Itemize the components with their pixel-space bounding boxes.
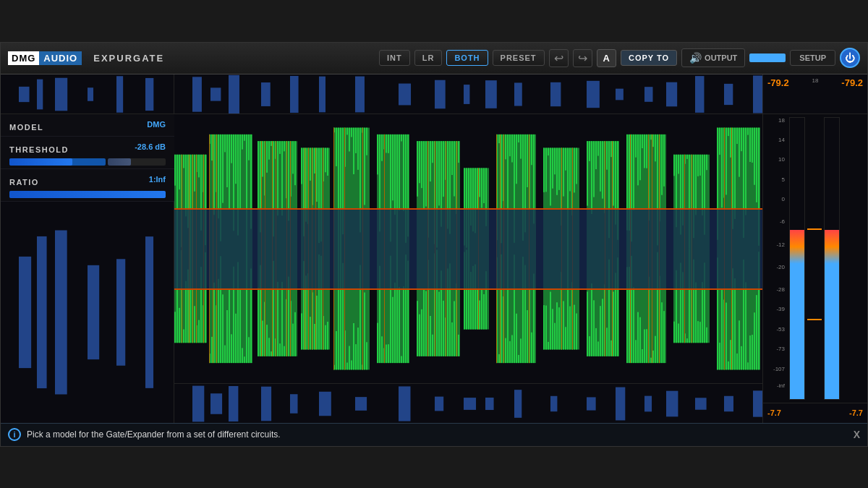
- left-panel: MODEL DMG THRESHOLD -28.6 dB RATIO: [1, 74, 174, 423]
- scale-0: 0: [782, 196, 785, 202]
- scale-m73: -73: [776, 346, 785, 352]
- meter-top-left-value: -79.2: [767, 77, 789, 88]
- threshold-value: -28.6 dB: [135, 142, 166, 151]
- scale-m20: -20: [776, 264, 785, 270]
- plugin-container: DMG AUDIO EXPURGATE INT LR BOTH PRESET ↩…: [0, 42, 868, 447]
- ratio-fill: [9, 191, 166, 198]
- right-panel: -79.2 18 -79.2 18 14 10 5 0 -6 -12 -20 -…: [762, 74, 867, 423]
- speaker-icon: 🔊: [689, 52, 702, 64]
- ratio-value: 1:Inf: [149, 175, 166, 184]
- threshold-label: THRESHOLD: [9, 145, 69, 154]
- threshold-line-bottom: [174, 288, 762, 290]
- output-level-bar: [749, 53, 786, 62]
- model-label: MODEL: [9, 123, 43, 132]
- power-button[interactable]: ⏻: [840, 48, 860, 68]
- threshold-section: THRESHOLD -28.6 dB: [1, 137, 174, 169]
- meter-bar-right: [824, 117, 840, 400]
- meter-bar-left: [789, 117, 805, 400]
- output-button[interactable]: 🔊 OUTPUT: [681, 48, 745, 67]
- threshold-overlay: [174, 208, 762, 289]
- threshold-slider-row: [9, 158, 166, 166]
- meter-orange-marker-2: [807, 228, 822, 230]
- close-status-button[interactable]: X: [854, 429, 860, 440]
- bottom-wave-canvas: [174, 384, 762, 423]
- meter-bars: [789, 117, 840, 400]
- slot-button[interactable]: A: [597, 49, 616, 67]
- bottom-mini-waveform: [1, 202, 174, 423]
- meter-scale-column: 18 14 10 5 0 -6 -12 -20 -28 -39 -53 -73 …: [766, 117, 786, 400]
- threshold-line-top: [174, 208, 762, 210]
- main-content: MODEL DMG THRESHOLD -28.6 dB RATIO: [1, 74, 867, 423]
- int-button[interactable]: INT: [379, 50, 410, 66]
- logo-audio: AUDIO: [39, 51, 82, 65]
- meter-bottom-right: -7.7: [849, 408, 863, 417]
- scale-10: 10: [778, 156, 785, 163]
- logo: DMG AUDIO: [8, 51, 82, 65]
- waveform-bottom: [174, 383, 762, 423]
- mini-bottom-canvas: [1, 202, 174, 423]
- model-section: MODEL DMG: [1, 114, 174, 137]
- meter-orange-marker: [807, 319, 822, 320]
- ratio-label: RATIO: [9, 178, 39, 187]
- lr-button[interactable]: LR: [414, 50, 443, 66]
- both-button[interactable]: BOTH: [446, 50, 488, 66]
- header-bar: DMG AUDIO EXPURGATE INT LR BOTH PRESET ↩…: [1, 43, 867, 74]
- logo-dmg: DMG: [8, 51, 39, 65]
- top-mini-waveform: [1, 74, 174, 114]
- redo-button[interactable]: ↪: [573, 49, 592, 67]
- meter-scale-top: 18: [812, 77, 819, 84]
- model-value: DMG: [147, 120, 166, 129]
- threshold-slider[interactable]: [9, 158, 106, 166]
- copy-to-button[interactable]: COPY TO: [621, 50, 677, 66]
- output-label: OUTPUT: [705, 53, 737, 62]
- scale-minf: -inf: [777, 382, 785, 389]
- center-panel: [174, 74, 762, 423]
- ratio-slider-row: [9, 191, 166, 198]
- scale-m39: -39: [776, 306, 785, 312]
- status-bar: i Pick a model for the Gate/Expander fro…: [1, 423, 867, 446]
- scale-m107: -107: [773, 366, 785, 372]
- meter-fill-left: [790, 230, 804, 398]
- ratio-slider[interactable]: [9, 191, 166, 198]
- info-icon: i: [8, 428, 21, 441]
- meter-header: -79.2 18 -79.2: [763, 74, 867, 114]
- threshold-fill-2: [108, 158, 131, 166]
- setup-button[interactable]: SETUP: [790, 50, 835, 66]
- meter-fill-right: [825, 230, 839, 398]
- meter-main-area: 18 14 10 5 0 -6 -12 -20 -28 -39 -53 -73 …: [763, 114, 867, 403]
- scale-18: 18: [778, 117, 785, 124]
- threshold-slider-2[interactable]: [108, 158, 166, 166]
- plugin-name: EXPURGATE: [93, 53, 164, 64]
- preset-button[interactable]: PRESET: [493, 50, 545, 66]
- scale-m12: -12: [776, 241, 785, 248]
- scale-m28: -28: [776, 286, 785, 293]
- scale-14: 14: [778, 137, 785, 143]
- waveform-top: [174, 74, 762, 114]
- undo-button[interactable]: ↩: [549, 49, 569, 67]
- status-message: Pick a model for the Gate/Expander from …: [27, 429, 848, 440]
- mini-top-canvas: [1, 74, 174, 114]
- scale-m6: -6: [780, 218, 785, 225]
- meter-bottom-left: -7.7: [767, 408, 781, 417]
- waveform-main: [174, 114, 762, 383]
- top-wave-canvas: [174, 74, 762, 114]
- meter-footer: -7.7 -7.7: [763, 403, 867, 423]
- threshold-fill: [9, 158, 72, 166]
- scale-m53: -53: [776, 326, 785, 333]
- meter-top-right-value: -79.2: [841, 77, 863, 88]
- scale-5: 5: [782, 176, 785, 183]
- ratio-section: RATIO 1:Inf: [1, 169, 174, 202]
